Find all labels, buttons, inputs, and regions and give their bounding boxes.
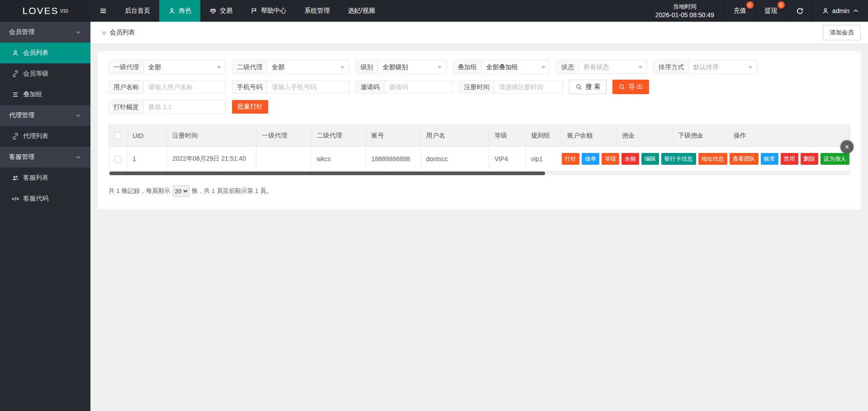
select-sort[interactable]: 排序方式 默认排序 bbox=[654, 60, 757, 74]
sidebar-item-agent-list[interactable]: 代理列表 bbox=[0, 126, 90, 147]
select-value[interactable]: 全部 bbox=[267, 61, 349, 73]
row-checkbox[interactable] bbox=[114, 156, 122, 163]
input-label: 邀请码 bbox=[356, 81, 384, 93]
select-value[interactable]: 全部叠加组 bbox=[482, 61, 550, 73]
chevron-down-icon bbox=[75, 112, 81, 119]
refresh-button[interactable] bbox=[787, 0, 812, 22]
view-team-button[interactable]: 查看团队 bbox=[730, 153, 759, 165]
col-username: 用户名 bbox=[421, 125, 489, 147]
inject-range-input[interactable] bbox=[144, 100, 225, 113]
scrollbar-thumb[interactable] bbox=[109, 172, 545, 175]
withdraw-badge: 0 bbox=[778, 1, 785, 9]
caret-down-icon bbox=[437, 66, 442, 69]
top-header: LOVES V10 后台首页 角色 交易 帮助中心 bbox=[0, 0, 868, 22]
app-logo: LOVES V10 bbox=[0, 0, 90, 22]
pagination-prefix: 共 1 條記錄，每頁顯示 bbox=[109, 187, 171, 195]
select-stack-group[interactable]: 叠加组 全部叠加组 bbox=[453, 60, 550, 74]
col-level: 等级 bbox=[489, 125, 526, 147]
balance-button[interactable]: 余额 bbox=[621, 153, 639, 165]
cell-account: 18888888888 bbox=[366, 147, 421, 172]
input-label: 用户名称 bbox=[109, 81, 144, 93]
export-button[interactable]: 导 出 bbox=[612, 80, 649, 94]
filter-row-selects: 一级代理 全部 二级代理 全部 级别 全部级别 叠加组 全部叠加组 状态 所有状… bbox=[109, 60, 850, 74]
user-icon bbox=[822, 7, 829, 14]
scales-icon bbox=[209, 7, 217, 14]
select-value[interactable]: 默认排序 bbox=[689, 61, 757, 73]
page-size-select[interactable]: 20 bbox=[173, 185, 190, 197]
menu-item-trade[interactable]: 交易 bbox=[200, 0, 242, 22]
delete-button[interactable]: 删除 bbox=[801, 153, 818, 165]
person-icon bbox=[168, 7, 175, 14]
account-change-button[interactable]: 账变 bbox=[761, 153, 778, 165]
input-group-phone: 手机号码 bbox=[232, 80, 349, 94]
select-level[interactable]: 级别 全部级别 bbox=[356, 60, 446, 74]
code-icon: </> bbox=[12, 195, 19, 202]
edit-button[interactable]: 编辑 bbox=[641, 153, 659, 165]
sidebar-item-member-list[interactable]: 会员列表 bbox=[0, 43, 90, 63]
menu-item-role[interactable]: 角色 bbox=[159, 0, 200, 22]
select-status[interactable]: 状态 所有状态 bbox=[556, 60, 647, 74]
close-icon[interactable]: × bbox=[840, 140, 854, 153]
sidebar-item-label: 会员等级 bbox=[23, 70, 48, 78]
sidebar-collapse-button[interactable] bbox=[90, 0, 116, 22]
select-value[interactable]: 全部 bbox=[144, 61, 225, 73]
link-icon bbox=[12, 133, 19, 140]
menu-label: 交易 bbox=[220, 7, 232, 15]
chevron-down-icon bbox=[75, 154, 81, 160]
inject-button[interactable]: 打针 bbox=[562, 153, 579, 165]
bank-card-info-button[interactable]: 银行卡信息 bbox=[661, 153, 696, 165]
disable-button[interactable]: 禁用 bbox=[781, 153, 798, 165]
add-member-button[interactable]: 添加会员 bbox=[823, 25, 861, 40]
menu-item-video[interactable]: 选妃/视频 bbox=[339, 0, 384, 22]
sidebar-item-support-list[interactable]: 客服列表 bbox=[0, 167, 90, 188]
export-button-label: 导 出 bbox=[629, 83, 643, 91]
make-order-button[interactable]: 做单 bbox=[582, 153, 599, 165]
select-value[interactable]: 所有状态 bbox=[579, 61, 647, 73]
pagination-bar: 共 1 條記錄，每頁顯示 20 條，共 1 頁當前顯示第 1 頁。 bbox=[109, 185, 850, 197]
select-agent-level1[interactable]: 一级代理 全部 bbox=[109, 60, 226, 74]
sidebar-group-label: 客服管理 bbox=[9, 153, 34, 161]
sidebar-group-support[interactable]: 客服管理 bbox=[0, 147, 90, 167]
topbar-right: 当地时间 2026-01-05 08:50:49 充值 0 提现 0 admin bbox=[645, 0, 868, 22]
member-table-wrap: UID 注册时间 一级代理 二级代理 账号 用户名 等级 规则组 账户余额 佣金… bbox=[109, 124, 850, 175]
user-menu[interactable]: admin bbox=[812, 0, 868, 22]
select-label: 一级代理 bbox=[109, 61, 144, 73]
local-time-value: 2026-01-05 08:50:49 bbox=[655, 11, 714, 19]
cell-uid: 1 bbox=[127, 147, 167, 172]
menu-item-system[interactable]: 系统管理 bbox=[295, 0, 339, 22]
breadcrumb-icon: » bbox=[102, 28, 106, 37]
caret-down-icon bbox=[541, 66, 545, 69]
horizontal-scrollbar bbox=[109, 172, 850, 175]
search-button[interactable]: 搜 索 bbox=[569, 80, 607, 94]
select-label: 排序方式 bbox=[654, 61, 689, 73]
person-icon bbox=[12, 49, 19, 57]
phone-input[interactable] bbox=[267, 81, 349, 93]
batch-inject-button[interactable]: 批量打针 bbox=[232, 100, 268, 114]
sidebar-group-members[interactable]: 会员管理 bbox=[0, 22, 90, 43]
link-icon bbox=[12, 70, 19, 77]
recharge-button[interactable]: 充值 0 bbox=[724, 0, 755, 22]
menu-label: 选妃/视频 bbox=[348, 7, 375, 15]
username-input[interactable] bbox=[144, 81, 225, 93]
sidebar-group-agents[interactable]: 代理管理 bbox=[0, 105, 90, 126]
select-label: 状态 bbox=[557, 61, 579, 73]
sidebar-item-member-level[interactable]: 会员等级 bbox=[0, 63, 90, 84]
sidebar-item-support-code[interactable]: </> 客服代码 bbox=[0, 188, 90, 209]
col-reg-time: 注册时间 bbox=[167, 125, 256, 147]
reg-time-input[interactable] bbox=[494, 81, 562, 93]
select-agent-level2[interactable]: 二级代理 全部 bbox=[232, 60, 349, 74]
sidebar-item-label: 会员列表 bbox=[23, 49, 48, 57]
select-value[interactable]: 全部级别 bbox=[378, 61, 446, 73]
col-actions: 操作 bbox=[728, 125, 850, 147]
input-group-invite-code: 邀请码 bbox=[356, 80, 453, 94]
sidebar-item-stack-group[interactable]: 叠加组 bbox=[0, 84, 90, 105]
set-fake-button[interactable]: 设为假人 bbox=[821, 153, 849, 165]
withdraw-button[interactable]: 提现 0 bbox=[755, 0, 787, 22]
menu-item-help-center[interactable]: 帮助中心 bbox=[242, 0, 295, 22]
menu-item-dashboard[interactable]: 后台首页 bbox=[116, 0, 159, 22]
invite-code-input[interactable] bbox=[384, 81, 452, 93]
level-button[interactable]: 等级 bbox=[602, 153, 619, 165]
select-all-checkbox[interactable] bbox=[114, 132, 122, 139]
address-info-button[interactable]: 地址信息 bbox=[698, 153, 727, 165]
local-time: 当地时间 2026-01-05 08:50:49 bbox=[645, 0, 724, 22]
